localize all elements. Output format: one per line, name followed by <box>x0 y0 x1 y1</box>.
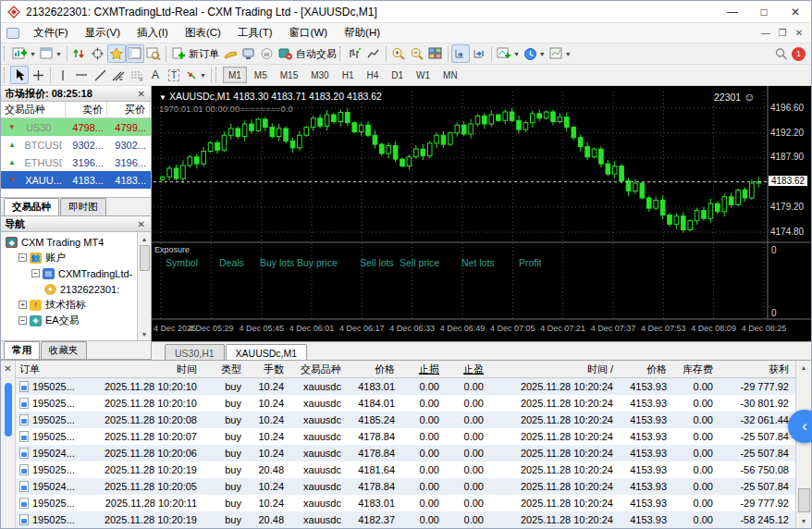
orders-column-7[interactable]: 止盈 <box>445 363 489 376</box>
tree-expander-icon[interactable]: + <box>18 301 27 309</box>
child-window-icon[interactable] <box>6 28 19 39</box>
crosshair-button[interactable] <box>89 44 107 63</box>
tree-item-0[interactable]: ◆CXM Trading MT4 <box>1 234 137 250</box>
menu-item-5[interactable]: 窗口(W) <box>281 23 337 43</box>
orders-column-10[interactable]: 库存费 <box>672 363 719 376</box>
text-tool-button[interactable]: A <box>146 66 165 84</box>
tree-expander-icon[interactable]: − <box>18 316 27 325</box>
child-restore-button[interactable]: ❐ <box>774 28 791 38</box>
zoom-in-button[interactable] <box>389 44 408 63</box>
scroll-up-icon[interactable]: ▲ <box>141 232 148 245</box>
toolbar-grip[interactable] <box>4 68 7 82</box>
timeframe-button-H1[interactable]: H1 <box>337 67 360 83</box>
orders-column-6[interactable]: 止损 <box>400 363 445 376</box>
equidistant-channel-button[interactable]: E <box>109 66 128 84</box>
timeframe-button-M30[interactable]: M30 <box>305 67 334 83</box>
orders-column-3[interactable]: 手数 <box>247 363 289 376</box>
mw-col-ask[interactable]: 买价 <box>107 102 150 117</box>
order-row[interactable]: 195025...2025.11.28 10:20:10buy10.24xauu… <box>16 395 795 412</box>
arrows-tool-button[interactable]: ▼ <box>183 66 208 84</box>
cursor-button[interactable] <box>10 66 29 84</box>
child-close-button[interactable]: ✕ <box>791 28 807 38</box>
sounds-button[interactable] <box>221 44 240 63</box>
line-chart-button[interactable] <box>364 44 383 63</box>
timeframe-button-D1[interactable]: D1 <box>386 67 409 83</box>
market-watch-row-BTCUSD[interactable]: ▲BTCUSD9302...9302... <box>1 136 151 154</box>
orders-column-11[interactable]: 获利 <box>719 363 794 376</box>
market-watch-row-ETHUSD[interactable]: ▲ETHUSD3196...3196... <box>1 154 151 171</box>
order-row[interactable]: 195025...2025.11.28 10:20:19buy20.48xauu… <box>16 511 795 528</box>
market-watch-button[interactable] <box>70 44 89 63</box>
market-watch-tab-1[interactable]: 即时图 <box>60 198 106 215</box>
orders-column-8[interactable]: 时间 / <box>489 363 619 376</box>
toolbar-grip[interactable] <box>339 46 343 61</box>
orders-column-4[interactable]: 交易品种 <box>289 363 347 376</box>
favorites-button[interactable] <box>107 44 126 63</box>
timeframe-button-H4[interactable]: H4 <box>361 67 384 83</box>
terminal-blue-indicator[interactable] <box>5 383 12 437</box>
menu-item-1[interactable]: 显示(V) <box>77 23 129 43</box>
market-watch-row-US30[interactable]: ▼US304798...4799... <box>1 118 151 136</box>
terminal-close-icon[interactable]: ✕ <box>4 361 11 375</box>
menu-item-0[interactable]: 文件(F) <box>25 23 77 43</box>
label-tool-button[interactable]: T <box>165 66 183 84</box>
history-center-button[interactable] <box>240 44 258 63</box>
orders-column-2[interactable]: 类型 <box>203 363 247 376</box>
timeframe-button-M5[interactable]: M5 <box>249 67 273 83</box>
menu-item-4[interactable]: 工具(T) <box>229 23 281 43</box>
navigator-tab-0[interactable]: 常用 <box>4 341 40 359</box>
vertical-line-button[interactable] <box>54 66 72 84</box>
strategy-tester-button[interactable] <box>144 44 163 63</box>
toolbar-grip[interactable] <box>215 68 219 82</box>
order-row[interactable]: 195024...2025.11.28 10:20:06buy10.24xauu… <box>16 445 795 461</box>
templates-button[interactable]: ▼ <box>547 44 573 63</box>
tree-item-4[interactable]: +f技术指标 <box>1 297 137 313</box>
chart-shift-button[interactable] <box>470 44 488 63</box>
market-watch-tab-0[interactable]: 交易品种 <box>4 198 59 215</box>
orders-column-0[interactable]: 订单 <box>16 363 95 376</box>
timeframe-button-MN[interactable]: MN <box>437 67 463 83</box>
navigator-tab-1[interactable]: 收藏夹 <box>41 341 87 359</box>
order-row[interactable]: 195025...2025.11.28 10:20:11buy10.24xauu… <box>16 495 795 511</box>
smiley-icon[interactable]: ☺ <box>744 91 755 104</box>
timeframe-button-M15[interactable]: M15 <box>275 67 303 83</box>
orders-column-1[interactable]: 时间 <box>95 363 203 376</box>
toolbar-grip[interactable] <box>4 46 7 61</box>
tree-expander-icon[interactable]: − <box>31 269 40 277</box>
data-window-button[interactable] <box>126 44 144 63</box>
orders-column-9[interactable]: 价格 <box>619 363 672 376</box>
minimize-button[interactable]: — <box>717 1 748 22</box>
indicators-button[interactable]: ▼ <box>495 44 522 63</box>
order-row[interactable]: 195025...2025.11.28 10:20:07buy10.24xauu… <box>16 428 795 445</box>
scroll-up-icon[interactable]: ▲ <box>801 361 807 375</box>
maximize-button[interactable]: □ <box>748 1 780 22</box>
menu-item-3[interactable]: 图表(C) <box>177 23 229 43</box>
menu-item-2[interactable]: 插入(I) <box>129 23 177 43</box>
close-button[interactable]: ✕ <box>780 1 811 22</box>
fibonacci-button[interactable]: F <box>128 66 146 84</box>
tree-expander-icon[interactable]: − <box>18 253 27 262</box>
scrollbar-thumb[interactable] <box>140 245 150 271</box>
chart-area[interactable]: 4196.604192.204187.904179.204174.804183.… <box>152 86 811 341</box>
tree-item-2[interactable]: −▤CXMTradingLtd- <box>1 265 137 281</box>
orders-column-5[interactable]: 价格 <box>347 363 400 376</box>
autotrade-button[interactable]: 自动交易 <box>277 44 338 63</box>
periods-button[interactable]: ▼ <box>522 44 547 63</box>
scrollbar-thumb[interactable] <box>798 488 810 512</box>
order-row[interactable]: 195025...2025.11.28 10:20:19buy20.48xauu… <box>16 461 795 478</box>
tree-item-5[interactable]: −◈EA交易 <box>1 313 137 328</box>
terminal-scrollbar[interactable]: ▲ ▼ <box>795 361 811 528</box>
timeframe-button-M1[interactable]: M1 <box>223 67 247 83</box>
zoom-out-button[interactable] <box>408 44 426 63</box>
navigator-close-icon[interactable]: ✕ <box>136 219 147 229</box>
market-watch-row-XAUU...[interactable]: ▼XAUU...4183...4183... <box>1 171 151 189</box>
bar-chart-button[interactable] <box>346 44 364 63</box>
search-icon[interactable] <box>771 44 790 63</box>
auto-scroll-button[interactable] <box>451 44 470 63</box>
timeframe-button-W1[interactable]: W1 <box>411 67 436 83</box>
tile-windows-button[interactable] <box>426 44 445 63</box>
scroll-down-icon[interactable]: ▼ <box>801 514 807 528</box>
market-watch-close-icon[interactable]: ✕ <box>136 89 147 99</box>
child-minimize-button[interactable]: — <box>757 28 774 38</box>
signals-button[interactable]: w <box>258 44 277 63</box>
